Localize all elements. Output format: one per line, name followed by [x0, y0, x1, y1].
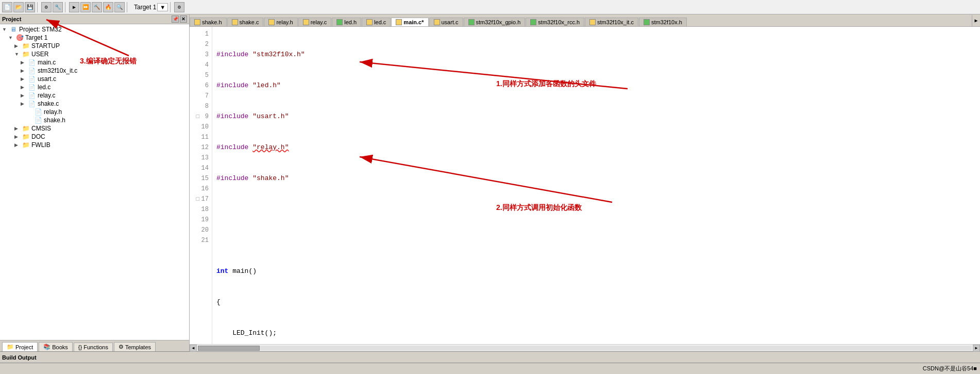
- expander-target1[interactable]: ▼: [8, 35, 15, 40]
- tree-label-stm32f10x-it: stm32f10x_it.c: [38, 67, 77, 74]
- tab-stm32-gpio[interactable]: stm32f10x_gpio.h: [464, 18, 526, 26]
- tab-project[interactable]: 📁 Project: [2, 342, 38, 351]
- tab-stm32-rcc-label: stm32f10x_rcc.h: [538, 19, 580, 25]
- code-line-1: #include "stm32f10x.h": [216, 50, 976, 60]
- status-bar: CSDN@不是山谷54■: [0, 363, 980, 374]
- toolbar-icon-9[interactable]: 🔥: [103, 2, 113, 12]
- expander-usart-c[interactable]: ▶: [21, 76, 28, 82]
- toolbar-icon-10[interactable]: 🔍: [114, 2, 125, 12]
- tab-shake-c-icon: [232, 19, 238, 25]
- sidebar-pin-btn[interactable]: 📌: [172, 15, 179, 23]
- toolbar-open-icon[interactable]: 📂: [13, 2, 24, 12]
- toolbar-new-icon[interactable]: 📄: [2, 2, 12, 12]
- shake-c-icon: 📄: [28, 100, 36, 107]
- tab-relay-c[interactable]: relay.c: [298, 18, 332, 26]
- expander-project-root[interactable]: ▼: [2, 27, 9, 32]
- code-area[interactable]: 1 2 3 ✕4 5 6 7 8 9□ 10 11 12 13: [190, 27, 980, 344]
- toolbar-icon-4[interactable]: ⚙: [41, 2, 52, 12]
- h-scrollbar[interactable]: ◀ ▶: [190, 344, 980, 351]
- expander-main-c[interactable]: ▶: [21, 60, 28, 65]
- tab-shake-h[interactable]: shake.h: [190, 18, 227, 26]
- tab-main-c[interactable]: main.c*: [391, 18, 428, 26]
- tree-item-user[interactable]: ▼ 📁 USER: [0, 50, 189, 58]
- main-c-icon: 📄: [28, 59, 36, 66]
- toolbar-settings-icon[interactable]: ⚙: [174, 2, 184, 12]
- toolbar: 📄 📂 💾 ⚙ 🔧 ▶ ⏩ 🔨 🔥 🔍 Target 1 ▼ ⚙: [0, 0, 980, 14]
- toolbar-save-icon[interactable]: 💾: [25, 2, 35, 12]
- build-output-label: Build Output: [2, 354, 37, 361]
- scroll-left-btn[interactable]: ◀: [190, 345, 197, 352]
- target-dropdown[interactable]: ▼: [157, 3, 168, 11]
- tab-led-c[interactable]: led.c: [362, 18, 391, 26]
- tab-shake-c[interactable]: shake.c: [227, 18, 264, 26]
- tab-stm32-gpio-label: stm32f10x_gpio.h: [476, 19, 521, 25]
- doc-folder-icon: 📁: [22, 133, 30, 140]
- sidebar-tabs: 📁 Project 📚 Books {} Functions ⚙ Templat…: [0, 340, 189, 351]
- tree-item-doc[interactable]: ▶ 📁 DOC: [0, 133, 189, 141]
- tree-item-stm32f10x-it[interactable]: ▶ 📄 stm32f10x_it.c: [0, 67, 189, 75]
- tree-label-target1: Target 1: [25, 34, 47, 41]
- toolbar-icon-8[interactable]: 🔨: [92, 2, 102, 12]
- tree-item-project-root[interactable]: ▼ 🖥 Project: STM32: [0, 25, 189, 34]
- tab-functions-label: Functions: [83, 344, 108, 350]
- tree-item-usart-c[interactable]: ▶ 📄 usart.c: [0, 75, 189, 83]
- tree-item-shake-h[interactable]: 📄 shake.h: [0, 116, 189, 124]
- tree-item-fwlib[interactable]: ▶ 📁 FWLIB: [0, 141, 189, 149]
- toolbar-icon-6[interactable]: ▶: [69, 2, 79, 12]
- line-2: 2: [190, 39, 212, 50]
- toolbar-icon-5[interactable]: 🔧: [53, 2, 63, 12]
- tree-label-shake-c: shake.c: [38, 100, 59, 107]
- code-lines[interactable]: #include "stm32f10x.h" #include "led.h" …: [212, 27, 980, 344]
- tab-usart-c[interactable]: usart.c: [429, 18, 463, 26]
- tree-item-target1[interactable]: ▼ 🎯 Target 1: [0, 34, 189, 42]
- tab-stm32-rcc[interactable]: stm32f10x_rcc.h: [526, 18, 584, 26]
- tab-stm32-it[interactable]: stm32f10x_it.c: [585, 18, 638, 26]
- tab-relay-h[interactable]: relay.h: [264, 18, 297, 26]
- expander-startup[interactable]: ▶: [14, 43, 22, 48]
- scroll-track[interactable]: [198, 346, 972, 351]
- line-13: 13: [190, 153, 212, 163]
- tab-stm32-rcc-icon: [530, 19, 536, 25]
- expander-user[interactable]: ▼: [14, 52, 22, 57]
- expander-stm32f10x-it[interactable]: ▶: [21, 68, 28, 73]
- expander-relay-c[interactable]: ▶: [21, 93, 28, 98]
- expander-doc[interactable]: ▶: [14, 134, 22, 139]
- tab-led-h[interactable]: led.h: [332, 18, 361, 26]
- tree-label-shake-h: shake.h: [44, 117, 65, 124]
- expander-shake-c[interactable]: ▶: [21, 101, 28, 106]
- tab-stm32-h[interactable]: stm32f10x.h: [639, 18, 687, 26]
- tree-item-cmsis[interactable]: ▶ 📁 CMSIS: [0, 124, 189, 133]
- line-20: 20: [190, 225, 212, 235]
- sidebar-close-btn[interactable]: ✕: [180, 15, 187, 23]
- expander-relay-h: [27, 109, 34, 115]
- expander-cmsis[interactable]: ▶: [14, 126, 22, 131]
- tab-shake-c-label: shake.c: [240, 19, 259, 25]
- tree-item-shake-c[interactable]: ▶ 📄 shake.c: [0, 100, 189, 108]
- tab-books[interactable]: 📚 Books: [39, 342, 73, 351]
- tab-led-c-label: led.c: [374, 19, 386, 25]
- tab-led-h-label: led.h: [344, 19, 357, 25]
- project-root-icon: 🖥: [9, 26, 18, 33]
- stm32f10x-it-icon: 📄: [28, 67, 36, 74]
- scroll-thumb[interactable]: [198, 346, 260, 351]
- expander-fwlib[interactable]: ▶: [14, 142, 22, 148]
- tree-label-led-c: led.c: [38, 84, 50, 91]
- tab-templates[interactable]: ⚙ Templates: [114, 342, 156, 351]
- toolbar-icon-7[interactable]: ⏩: [80, 2, 91, 12]
- code-line-6: [216, 204, 976, 215]
- line-16: 16: [190, 184, 212, 194]
- tab-functions[interactable]: {} Functions: [74, 343, 113, 351]
- tree-item-led-c[interactable]: ▶ 📄 led.c: [0, 83, 189, 91]
- tree-item-startup[interactable]: ▶ 📁 STARTUP: [0, 42, 189, 50]
- tree-item-relay-c[interactable]: ▶ 📄 relay.c: [0, 91, 189, 100]
- scroll-right-btn[interactable]: ▶: [973, 345, 980, 352]
- tree-label-cmsis: CMSIS: [31, 125, 51, 132]
- line-9: 9□: [190, 111, 212, 122]
- tab-project-icon: 📁: [7, 344, 14, 350]
- tab-scroll-right[interactable]: ▶: [972, 15, 980, 26]
- line-1: 1: [190, 29, 212, 39]
- tree-item-relay-h[interactable]: 📄 relay.h: [0, 108, 189, 116]
- target1-icon: 🎯: [15, 34, 24, 41]
- expander-led-c[interactable]: ▶: [21, 85, 28, 90]
- tree-item-main-c[interactable]: ▶ 📄 main.c: [0, 58, 189, 67]
